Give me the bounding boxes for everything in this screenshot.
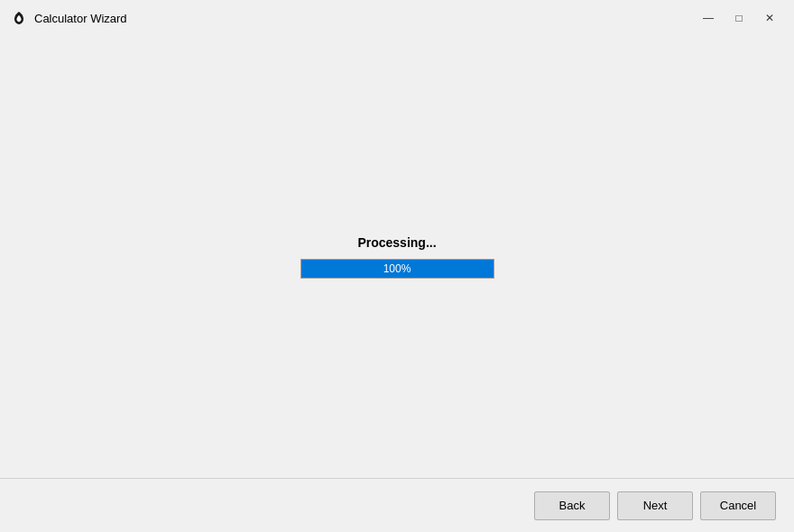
title-bar-left: Calculator Wizard (11, 10, 127, 26)
progress-percent-label: 100% (383, 262, 411, 275)
maximize-button[interactable]: □ (725, 7, 752, 29)
processing-container: Processing... 100% (300, 235, 494, 279)
cancel-button[interactable]: Cancel (700, 491, 776, 520)
processing-label: Processing... (357, 235, 436, 250)
close-button[interactable]: ✕ (756, 7, 783, 29)
title-bar-controls: — □ ✕ (695, 7, 783, 29)
minimize-button[interactable]: — (695, 7, 722, 29)
content-area: Processing... 100% (0, 36, 794, 478)
title-bar: Calculator Wizard — □ ✕ (0, 0, 794, 36)
next-button[interactable]: Next (617, 491, 693, 520)
progress-bar: 100% (300, 259, 494, 279)
window-title: Calculator Wizard (34, 12, 127, 25)
footer: Back Next Cancel (0, 478, 794, 532)
app-icon (11, 10, 27, 26)
back-button[interactable]: Back (534, 491, 610, 520)
